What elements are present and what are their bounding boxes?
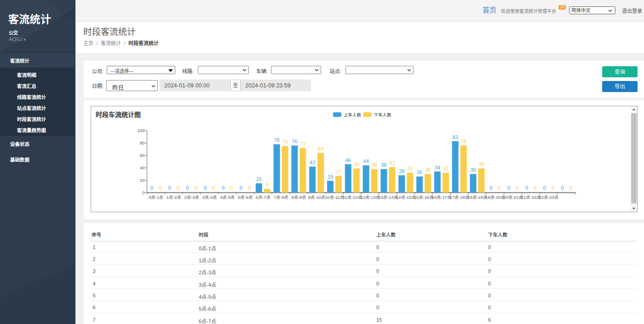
svg-text:0: 0 (248, 185, 251, 191)
svg-text:11点-12点: 11点-12点 (343, 195, 362, 200)
svg-text:72: 72 (300, 141, 305, 147)
svg-text:38: 38 (372, 162, 377, 168)
svg-text:0: 0 (142, 190, 144, 195)
svg-text:13点-14点: 13点-14点 (378, 195, 397, 200)
svg-text:5点-6点: 5点-6点 (238, 195, 253, 200)
svg-text:32: 32 (443, 166, 448, 171)
svg-text:0: 0 (489, 185, 492, 191)
svg-text:上车人数: 上车人数 (344, 112, 362, 117)
svg-text:0: 0 (168, 185, 171, 191)
svg-text:8点-9点: 8点-9点 (291, 195, 306, 200)
svg-text:2点-3点: 2点-3点 (184, 195, 199, 200)
svg-text:100: 100 (138, 128, 145, 133)
svg-text:80: 80 (140, 140, 145, 145)
svg-text:0: 0 (230, 185, 233, 191)
svg-text:12点-13点: 12点-13点 (360, 195, 380, 200)
svg-text:27: 27 (336, 169, 341, 174)
svg-text:10点-11点: 10点-11点 (325, 195, 344, 200)
svg-text:76: 76 (461, 139, 466, 144)
svg-text:0: 0 (212, 185, 215, 191)
svg-text:15点-16点: 15点-16点 (414, 195, 433, 200)
svg-text:46: 46 (345, 157, 351, 163)
svg-text:41: 41 (389, 160, 395, 166)
svg-text:14点-15点: 14点-15点 (396, 195, 415, 200)
svg-text:6: 6 (266, 182, 269, 187)
svg-text:42: 42 (310, 160, 315, 165)
svg-text:9点-10点: 9点-10点 (308, 195, 325, 200)
svg-text:0点-1点: 0点-1点 (149, 195, 163, 200)
svg-text:0: 0 (186, 185, 189, 191)
svg-text:17点-18点: 17点-18点 (450, 195, 469, 200)
svg-text:0: 0 (498, 185, 500, 191)
svg-text:28: 28 (399, 168, 404, 174)
svg-text:0: 0 (194, 185, 197, 191)
svg-text:3点-4点: 3点-4点 (202, 195, 217, 200)
svg-text:6点-7点: 6点-7点 (256, 195, 270, 200)
svg-text:38: 38 (381, 162, 386, 168)
svg-text:0: 0 (525, 185, 528, 191)
svg-text:40: 40 (140, 165, 145, 170)
svg-text:76: 76 (292, 139, 297, 144)
svg-text:39: 39 (478, 162, 484, 167)
svg-text:0: 0 (569, 185, 572, 191)
svg-text:0: 0 (534, 185, 536, 191)
svg-text:26: 26 (417, 169, 422, 175)
svg-text:7点-8点: 7点-8点 (274, 195, 288, 200)
svg-text:64: 64 (318, 146, 323, 151)
svg-text:下车人数: 下车人数 (374, 112, 392, 117)
svg-text:30: 30 (425, 167, 431, 173)
svg-text:20: 20 (140, 178, 145, 183)
svg-text:0: 0 (561, 185, 564, 191)
svg-text:0: 0 (150, 185, 153, 191)
svg-text:1点-2点: 1点-2点 (167, 195, 181, 200)
svg-text:21点-22点: 21点-22点 (521, 195, 540, 200)
svg-text:19: 19 (328, 174, 333, 179)
svg-text:0: 0 (222, 185, 224, 191)
svg-text:0: 0 (240, 185, 242, 191)
svg-text:30: 30 (470, 167, 476, 173)
svg-text:0: 0 (177, 185, 179, 191)
svg-text:20点-21点: 20点-21点 (503, 195, 523, 200)
svg-text:83: 83 (453, 134, 458, 140)
svg-text:0: 0 (552, 185, 554, 191)
svg-text:75: 75 (282, 139, 288, 145)
svg-text:78: 78 (274, 137, 279, 143)
svg-text:0: 0 (204, 185, 207, 191)
svg-text:34: 34 (435, 165, 440, 170)
svg-text:4点-5点: 4点-5点 (220, 195, 235, 200)
svg-text:0: 0 (516, 185, 518, 191)
svg-text:19点-20点: 19点-20点 (485, 195, 505, 200)
svg-text:0: 0 (159, 185, 161, 191)
svg-text:0: 0 (543, 185, 546, 191)
svg-text:15: 15 (256, 176, 262, 182)
svg-text:22点-23点: 22点-23点 (539, 195, 558, 200)
svg-text:18点-19点: 18点-19点 (467, 195, 487, 200)
svg-text:39: 39 (354, 162, 359, 167)
svg-text:0: 0 (507, 185, 510, 191)
svg-text:16点-17点: 16点-17点 (432, 195, 451, 200)
svg-text:44: 44 (363, 158, 369, 164)
svg-text:32: 32 (407, 166, 413, 171)
svg-text:60: 60 (140, 153, 145, 158)
